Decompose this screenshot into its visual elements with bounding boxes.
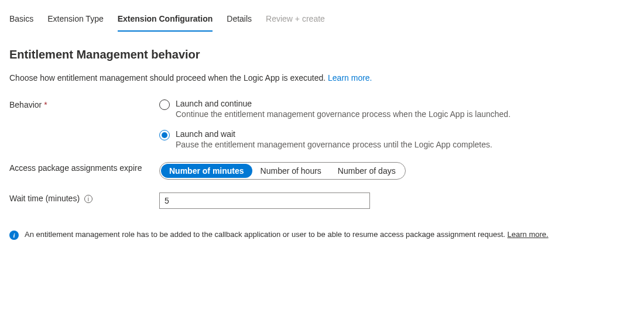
tab-review-create[interactable]: Review + create: [266, 14, 325, 32]
section-title: Entitlement Management behavior: [9, 48, 635, 61]
behavior-label: Behavior *: [9, 99, 159, 109]
radio-desc-continue: Continue the entitlement management gove…: [176, 109, 511, 119]
pill-days[interactable]: Number of days: [330, 164, 404, 178]
pill-hours[interactable]: Number of hours: [252, 164, 330, 178]
info-badge-icon: i: [9, 231, 19, 240]
tab-basics[interactable]: Basics: [9, 14, 33, 32]
expire-pill-group: Number of minutes Number of hours Number…: [159, 162, 406, 180]
wizard-tabs: Basics Extension Type Extension Configur…: [9, 14, 635, 32]
radio-launch-continue[interactable]: Launch and continue Continue the entitle…: [159, 99, 635, 119]
wait-time-label: Wait time (minutes) i: [9, 192, 159, 203]
learn-more-link[interactable]: Learn more.: [328, 73, 372, 82]
radio-circle-unselected: [159, 99, 170, 110]
radio-dot-icon: [162, 132, 167, 138]
behavior-radio-group: Launch and continue Continue the entitle…: [159, 99, 635, 149]
info-icon[interactable]: i: [84, 195, 93, 203]
radio-circle-selected: [159, 130, 170, 140]
tab-extension-configuration[interactable]: Extension Configuration: [118, 14, 213, 32]
info-banner: i An entitlement management role has to …: [9, 230, 635, 240]
tab-extension-type[interactable]: Extension Type: [47, 14, 103, 32]
wait-time-input[interactable]: [159, 192, 370, 209]
pill-minutes[interactable]: Number of minutes: [161, 164, 252, 178]
radio-launch-wait[interactable]: Launch and wait Pause the entitlement ma…: [159, 129, 635, 149]
expire-label: Access package assignments expire: [9, 162, 159, 173]
tab-details[interactable]: Details: [227, 14, 252, 32]
section-description: Choose how entitlement management should…: [9, 73, 635, 82]
banner-learn-more-link[interactable]: Learn more.: [508, 230, 549, 239]
radio-desc-wait: Pause the entitlement management governa…: [176, 140, 492, 149]
banner-text: An entitlement management role has to be…: [25, 230, 508, 239]
radio-label-continue: Launch and continue: [176, 99, 511, 108]
required-indicator: *: [44, 100, 47, 109]
radio-label-wait: Launch and wait: [176, 129, 492, 139]
